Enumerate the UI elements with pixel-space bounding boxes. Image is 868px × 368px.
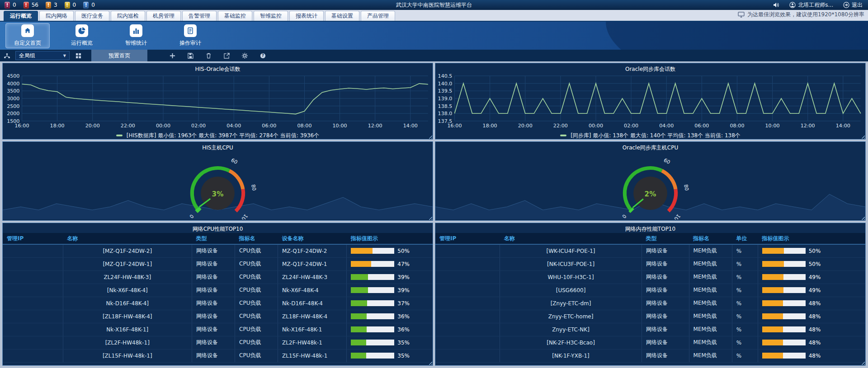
chart-legend: [HIS数据库] 最小值: 1963个 最大值: 3987个 平均值: 2784…	[3, 130, 433, 140]
delete-button[interactable]	[202, 50, 215, 61]
type-cell: 网络设备	[192, 284, 235, 297]
ip-cell	[3, 257, 63, 270]
tile-bars[interactable]: 智维统计	[114, 23, 158, 48]
table-row[interactable]: [NK-2F-H3C-Bcao]网络设备MEM负载%48%	[435, 336, 865, 349]
svg-text:2500: 2500	[7, 103, 19, 109]
minor-alert[interactable]: !3	[46, 2, 57, 9]
table-row[interactable]: ZL24F-HW-48K-3]网络设备CPU负载ZL24F-HW-48K-339…	[3, 270, 433, 284]
main-tab[interactable]: 基础设置	[325, 11, 359, 21]
column-header[interactable]: 类型	[192, 233, 235, 244]
table-row[interactable]: [WK-ICU4F-POE-1]网络设备MEM负载%50%	[435, 244, 865, 257]
column-header[interactable]: 类型	[642, 233, 689, 244]
save-button[interactable]	[184, 50, 197, 61]
dashboard-page-tab[interactable]: 预置首页	[91, 50, 147, 61]
metric-bar	[762, 300, 806, 306]
sound-button[interactable]	[773, 2, 779, 8]
metric-bar	[351, 313, 394, 319]
critical-alert[interactable]: !0	[5, 2, 16, 9]
main-tab[interactable]: 产品管理	[361, 11, 395, 21]
pie-icon	[75, 24, 88, 37]
table-row[interactable]: [NK-ICU3F-POE-1]网络设备MEM负载%50%	[435, 257, 865, 270]
major-alert[interactable]: !56	[24, 2, 38, 9]
export-button[interactable]	[220, 50, 233, 61]
column-header[interactable]: 名称	[63, 233, 192, 244]
metric-bar-cell: 35%	[347, 349, 433, 362]
panel-title: Oracle同步库会话数	[435, 63, 865, 73]
table-row[interactable]: [MZ-Q1F-24DW-1]网络设备CPU负载MZ-Q1F-24DW-147%	[3, 257, 433, 270]
table-row[interactable]: WHU-10F-H3C-1]网络设备MEM负载%49%	[435, 270, 865, 284]
column-header[interactable]: 管理IP	[435, 233, 500, 244]
group-button[interactable]	[0, 50, 14, 61]
help-button[interactable]: ?	[256, 50, 269, 61]
panel-title: 网络CPU性能TOP10	[3, 223, 433, 233]
ip-cell	[3, 336, 63, 349]
type-cell: 网络设备	[192, 349, 235, 362]
main-tab[interactable]: 院内网络	[39, 11, 74, 21]
table-row[interactable]: [ZL18F-HW-48K-4]网络设备CPU负载ZL18F-HW-48K-43…	[3, 310, 433, 323]
column-header[interactable]: 指标名	[689, 233, 732, 244]
metric-value: 50%	[809, 261, 821, 267]
logout-button[interactable]: 退出	[843, 1, 863, 9]
type-cell: 网络设备	[642, 297, 689, 310]
main-tab[interactable]: 告警管理	[182, 11, 217, 21]
column-header[interactable]: 指标值图示	[758, 233, 865, 244]
svg-text:12:00: 12:00	[801, 123, 815, 129]
table-row[interactable]: [MZ-Q1F-24DW-2]网络设备CPU负载MZ-Q1F-24DW-250%	[3, 244, 433, 257]
name-cell: WHU-10F-H3C-1]	[500, 270, 642, 284]
main-tab[interactable]: 院内巡检	[111, 11, 145, 21]
warning-alert[interactable]: !0	[65, 2, 76, 9]
svg-text:4500: 4500	[7, 73, 19, 79]
metric-cell: CPU负载	[235, 244, 278, 257]
main-tab[interactable]: 医疗业务	[75, 11, 109, 21]
group-select[interactable]: 全局组 ▼	[15, 51, 70, 60]
column-header[interactable]: 管理IP	[3, 233, 63, 244]
info-alert[interactable]: !0	[83, 2, 95, 9]
ip-cell	[3, 349, 63, 362]
table-row[interactable]: [USG6600]网络设备MEM负载%49%	[435, 284, 865, 297]
column-header[interactable]: 单位	[732, 233, 758, 244]
table-row[interactable]: Znyy-ETC-home]网络设备MEM负载%48%	[435, 310, 865, 323]
type-cell: 网络设备	[192, 297, 235, 310]
table-row[interactable]: [ZL15F-HW-48k-1]网络设备CPU负载ZL15F-HW-48k-13…	[3, 349, 433, 362]
table-row[interactable]: [Nk-X6F-48K-4]网络设备CPU负载Nk-X6F-48K-439%	[3, 284, 433, 297]
tile-label: 运行概览	[71, 39, 93, 47]
table-row[interactable]: [Znyy-ETC-dm]网络设备MEM负载%48%	[435, 297, 865, 310]
metric-cell: CPU负载	[235, 310, 278, 323]
column-header[interactable]: 设备名称	[278, 233, 347, 244]
table-row[interactable]: [NK-1F-YXB-1]网络设备MEM负载%48%	[435, 349, 865, 362]
table-row[interactable]: [ZL2F-HW48k-1]网络设备CPU负载ZL2F-HW48k-135%	[3, 336, 433, 349]
main-tab[interactable]: 运行概览	[4, 11, 38, 21]
column-header[interactable]: 名称	[500, 233, 642, 244]
tile-home[interactable]: 自定义首页	[5, 23, 50, 48]
table-row[interactable]: Nk-D16F-48K-4]网络设备CPU负载Nk-D16F-48K-437%	[3, 297, 433, 310]
main-tab[interactable]: 基础监控	[218, 11, 252, 21]
add-button[interactable]	[165, 50, 179, 61]
panel-network-mem-top10: 网络内存性能TOP10 管理IP名称类型指标名单位指标值图示[WK-ICU4F-…	[435, 223, 866, 366]
unit-cell: %	[732, 336, 758, 349]
main-tab[interactable]: 智维监控	[254, 11, 288, 21]
settings-button[interactable]	[238, 50, 251, 61]
table-row[interactable]: Nk-X16F-48K-1]网络设备CPU负载Nk-X16F-48K-136%	[3, 323, 433, 336]
user-menu[interactable]: 北塔工程师s...	[789, 1, 833, 9]
name-cell: Nk-D16F-48K-4]	[63, 297, 192, 310]
layout-grid-button[interactable]	[71, 50, 85, 61]
home-icon	[21, 24, 34, 37]
main-tab[interactable]: 报表统计	[289, 11, 324, 21]
type-cell: 网络设备	[192, 244, 235, 257]
tile-doc[interactable]: 操作审计	[168, 23, 212, 48]
svg-text:138.0: 138.0	[438, 111, 453, 116]
svg-text:139.5: 139.5	[438, 88, 453, 94]
unit-cell: %	[732, 323, 758, 336]
panel-title: 网络内存性能TOP10	[435, 223, 865, 233]
column-header[interactable]: 指标名	[235, 233, 278, 244]
metric-cell: CPU负载	[235, 349, 278, 362]
main-tab[interactable]: 机房管理	[146, 11, 181, 21]
name-cell: ZL24F-HW-48K-3]	[63, 270, 192, 284]
table-row[interactable]: Znyy-ETC-NK]网络设备MEM负载%48%	[435, 323, 865, 336]
name-cell: [MZ-Q1F-24DW-2]	[63, 244, 192, 257]
metric-bar	[351, 248, 394, 254]
metric-cell: MEM负载	[689, 284, 732, 297]
unit-cell: %	[732, 270, 758, 284]
tile-pie[interactable]: 运行概览	[60, 23, 104, 48]
column-header[interactable]: 指标值图示	[347, 233, 433, 244]
